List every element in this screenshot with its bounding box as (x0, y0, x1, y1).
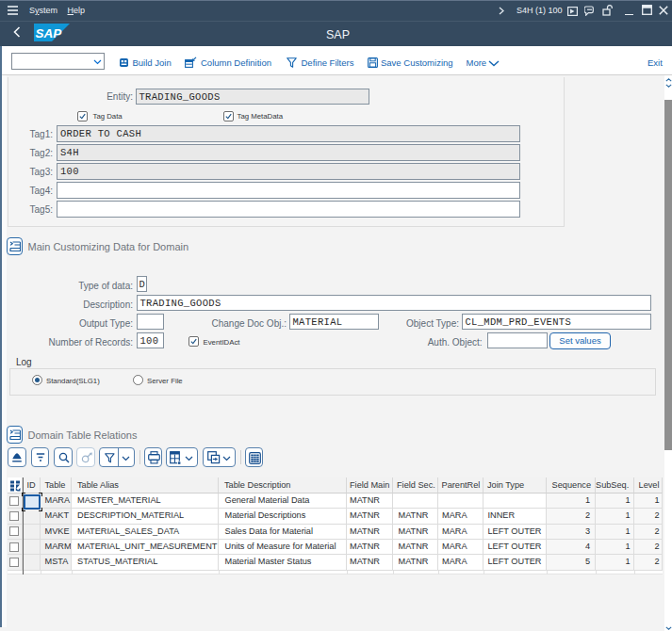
svg-text:SAP: SAP (36, 26, 63, 40)
